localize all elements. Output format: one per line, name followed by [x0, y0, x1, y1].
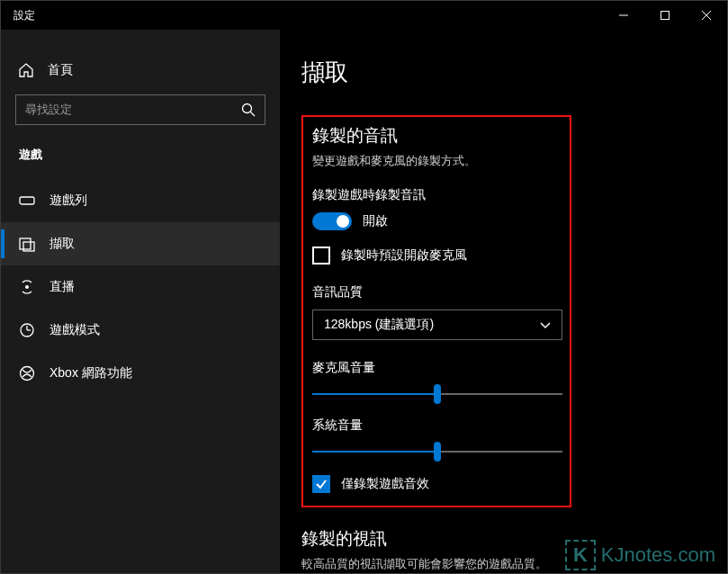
sidebar-item-label: 直播 — [49, 279, 75, 295]
sidebar-item-capture[interactable]: 擷取 — [1, 222, 280, 265]
system-volume-label: 系統音量 — [312, 417, 561, 434]
watermark: K KJnotes.com — [565, 540, 715, 570]
mic-default-row: 錄製時預設開啟麥克風 — [312, 247, 561, 265]
svg-point-13 — [21, 367, 34, 381]
watermark-text: KJnotes.com — [601, 543, 715, 567]
svg-line-5 — [251, 112, 256, 117]
search-placeholder: 尋找設定 — [25, 102, 241, 118]
settings-window: 設定 首頁 尋找設定 遊戲 — [0, 0, 728, 574]
audio-heading: 錄製的音訊 — [312, 124, 561, 148]
record-audio-toggle-row: 開啟 — [312, 212, 561, 230]
capture-icon — [19, 236, 35, 252]
search-input[interactable]: 尋找設定 — [15, 94, 265, 125]
sidebar: 首頁 尋找設定 遊戲 遊戲列 擷取 直播 遊戲模式 — [1, 30, 280, 573]
mic-default-label: 錄製時預設開啟麥克風 — [341, 247, 467, 264]
sidebar-item-broadcast[interactable]: 直播 — [1, 265, 280, 309]
window-controls — [603, 1, 727, 30]
gamebar-icon — [19, 193, 35, 209]
close-button[interactable] — [686, 1, 727, 30]
close-icon — [702, 11, 711, 20]
system-volume-slider[interactable] — [312, 441, 562, 462]
toggle-knob — [337, 215, 349, 228]
record-audio-label: 錄製遊戲時錄製音訊 — [312, 187, 561, 203]
game-audio-only-row: 僅錄製遊戲音效 — [312, 475, 561, 493]
slider-fill — [312, 393, 437, 395]
slider-fill — [312, 451, 437, 453]
window-title: 設定 — [13, 8, 35, 23]
home-icon — [19, 63, 33, 77]
sidebar-item-xbox[interactable]: Xbox 網路功能 — [1, 352, 280, 395]
watermark-icon: K — [565, 540, 596, 570]
home-label: 首頁 — [48, 62, 73, 78]
chevron-down-icon — [540, 319, 551, 330]
mic-default-checkbox[interactable] — [312, 247, 330, 265]
game-audio-only-label: 僅錄製遊戲音效 — [341, 476, 429, 492]
search-icon — [241, 103, 256, 117]
slider-thumb[interactable] — [434, 384, 441, 404]
minimize-icon — [619, 11, 628, 20]
sidebar-item-gamemode[interactable]: 遊戲模式 — [1, 309, 280, 352]
page-title: 擷取 — [301, 57, 706, 88]
mic-volume-slider[interactable] — [312, 383, 562, 405]
audio-section-highlight: 錄製的音訊 變更遊戲和麥克風的錄製方式。 錄製遊戲時錄製音訊 開啟 錄製時預設開… — [301, 115, 571, 507]
game-audio-only-checkbox[interactable] — [312, 475, 330, 493]
mic-volume-label: 麥克風音量 — [312, 360, 561, 376]
audio-quality-dropdown[interactable]: 128kbps (建議選項) — [312, 309, 562, 340]
sidebar-item-label: Xbox 網路功能 — [49, 365, 132, 381]
xbox-icon — [19, 365, 35, 381]
audio-desc: 變更遊戲和麥克風的錄製方式。 — [312, 153, 561, 169]
svg-rect-6 — [20, 197, 34, 204]
sidebar-item-label: 擷取 — [49, 236, 75, 252]
svg-point-9 — [25, 285, 29, 289]
window-body: 首頁 尋找設定 遊戲 遊戲列 擷取 直播 遊戲模式 — [1, 30, 727, 573]
home-link[interactable]: 首頁 — [1, 55, 280, 94]
slider-thumb[interactable] — [434, 442, 441, 462]
broadcast-icon — [19, 279, 35, 295]
sidebar-item-gamebar[interactable]: 遊戲列 — [1, 179, 280, 222]
sidebar-section: 遊戲 — [1, 141, 280, 179]
check-icon — [315, 478, 328, 490]
sidebar-item-label: 遊戲列 — [49, 193, 87, 209]
toggle-state-label: 開啟 — [363, 213, 388, 229]
minimize-button[interactable] — [603, 1, 644, 30]
main-content: 擷取 錄製的音訊 變更遊戲和麥克風的錄製方式。 錄製遊戲時錄製音訊 開啟 錄製時… — [280, 30, 727, 573]
svg-rect-7 — [20, 238, 31, 249]
audio-quality-value: 128kbps (建議選項) — [324, 317, 540, 333]
sidebar-item-label: 遊戲模式 — [49, 322, 100, 338]
svg-point-4 — [243, 104, 252, 113]
svg-rect-1 — [661, 12, 670, 20]
gamemode-icon — [19, 322, 35, 338]
record-audio-toggle[interactable] — [312, 212, 352, 230]
maximize-button[interactable] — [644, 1, 686, 30]
maximize-icon — [661, 11, 670, 20]
titlebar: 設定 — [1, 1, 727, 30]
audio-quality-label: 音訊品質 — [312, 284, 561, 300]
